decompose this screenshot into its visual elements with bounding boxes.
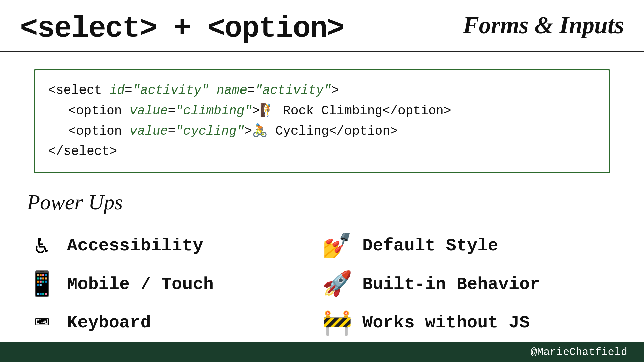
code-val: "climbing" (175, 104, 252, 118)
power-up-no-js: 🚧 Works without JS (322, 305, 617, 341)
power-ups-title: Power Ups (27, 190, 617, 215)
code-val: "activity" (132, 83, 209, 98)
power-up-builtin: 🚀 Built-in Behavior (322, 267, 617, 302)
code-attr: name (217, 83, 247, 98)
builtin-label: Built-in Behavior (362, 275, 540, 294)
code-closing-tag: </select> (48, 144, 117, 159)
code-line-4: </select> (48, 141, 596, 162)
power-up-keyboard: ⌨️ Keyboard (27, 305, 322, 341)
code-attr: id (109, 83, 125, 98)
mobile-icon: 📱 (27, 269, 57, 299)
main-title: <select> + <option> (20, 12, 344, 45)
code-tag: = (247, 83, 255, 98)
code-val: "activity" (255, 83, 331, 98)
code-tag: = (168, 124, 175, 138)
header: <select> + <option> Forms & Inputs (0, 0, 644, 52)
default-style-label: Default Style (362, 236, 498, 256)
keyboard-icon: ⌨️ (27, 308, 57, 338)
accessibility-icon: ♿ (27, 231, 57, 261)
code-attr: value (129, 104, 168, 118)
code-block: <select id="activity" name="activity"> <… (34, 69, 610, 173)
code-line-2: <option value="climbing">🧗 Rock Climbing… (48, 101, 596, 121)
power-up-default-style: 💅 Default Style (322, 228, 617, 263)
twitter-handle: @MarieChatfield (531, 346, 627, 358)
code-tag: <select (48, 83, 109, 98)
power-ups-grid: ♿ Accessibility 💅 Default Style 📱 Mobile… (27, 228, 617, 341)
code-tag: <option (68, 104, 129, 118)
code-attr: value (129, 124, 168, 138)
no-js-label: Works without JS (362, 313, 530, 333)
keyboard-label: Keyboard (67, 313, 151, 333)
accessibility-label: Accessibility (67, 236, 203, 256)
code-tag: = (168, 104, 175, 118)
section-label: Forms & Inputs (463, 12, 624, 39)
code-tag: = (125, 83, 132, 98)
power-up-accessibility: ♿ Accessibility (27, 228, 322, 263)
power-ups-section: Power Ups ♿ Accessibility 💅 Default Styl… (27, 190, 617, 341)
code-tag: >🧗 Rock Climbing</option> (252, 104, 451, 118)
mobile-label: Mobile / Touch (67, 275, 214, 294)
code-tag: > (331, 83, 339, 98)
code-tag: >🚴 Cycling</option> (245, 124, 398, 138)
no-js-icon: 🚧 (322, 308, 352, 338)
code-val: "cycling" (175, 124, 244, 138)
default-style-icon: 💅 (322, 231, 352, 261)
code-tag: <option (68, 124, 129, 138)
power-up-mobile: 📱 Mobile / Touch (27, 267, 322, 302)
code-line-3: <option value="cycling">🚴 Cycling</optio… (48, 121, 596, 142)
code-line-1: <select id="activity" name="activity"> (48, 80, 596, 101)
builtin-icon: 🚀 (322, 269, 352, 299)
footer: @MarieChatfield (0, 342, 644, 362)
code-tag (209, 83, 217, 98)
